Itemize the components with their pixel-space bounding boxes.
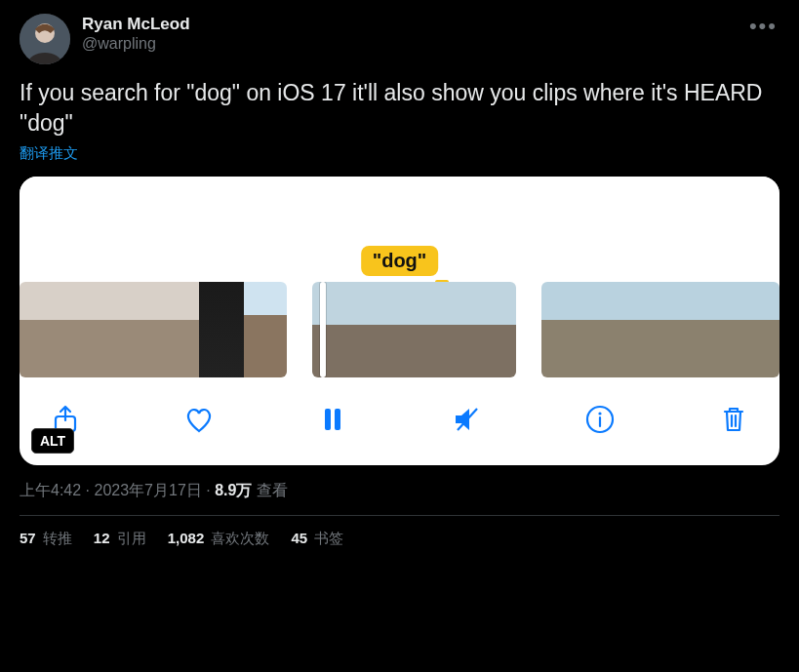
like-button[interactable] [179, 399, 220, 440]
clip-group-1[interactable] [20, 282, 287, 377]
mute-button[interactable] [446, 399, 487, 440]
divider [20, 515, 779, 516]
tweet-header: Ryan McLeod @warpling [20, 14, 779, 64]
svg-rect-3 [325, 409, 331, 430]
clip-group-3[interactable] [541, 282, 779, 377]
search-term-badge: "dog" [361, 246, 439, 276]
more-menu-icon[interactable]: ••• [749, 14, 778, 39]
tweet-text: If you search for "dog" on iOS 17 it'll … [20, 78, 779, 138]
likes-stat[interactable]: 1,082 喜欢次数 [168, 530, 270, 548]
playhead-scrubber[interactable] [320, 282, 326, 377]
translate-link[interactable]: 翻译推文 [20, 144, 78, 163]
media-toolbar [20, 377, 779, 465]
delete-button[interactable] [713, 399, 754, 440]
author-display-name[interactable]: Ryan McLeod [82, 14, 190, 34]
media-top-area: "dog" [20, 177, 779, 282]
pause-button[interactable] [312, 399, 353, 440]
views-label: 查看 [252, 482, 287, 498]
tweet-meta: 上午4:42 · 2023年7月17日 · 8.9万 查看 [20, 481, 779, 501]
clip-group-2[interactable] [312, 282, 517, 377]
tweet-media[interactable]: "dog" [20, 177, 779, 465]
tweet-date[interactable]: 2023年7月17日 [94, 482, 201, 498]
tweet-card: ••• Ryan McLeod @warpling If you search … [0, 0, 799, 548]
tweet-time[interactable]: 上午4:42 [20, 482, 81, 498]
bookmarks-stat[interactable]: 45 书签 [291, 530, 343, 548]
views-count[interactable]: 8.9万 [215, 482, 252, 498]
video-filmstrip[interactable] [20, 282, 779, 377]
author-names: Ryan McLeod @warpling [82, 14, 190, 54]
author-handle[interactable]: @warpling [82, 34, 190, 54]
alt-badge[interactable]: ALT [31, 428, 74, 454]
info-button[interactable] [579, 399, 620, 440]
svg-rect-4 [335, 409, 340, 430]
tweet-stats: 57 转推 12 引用 1,082 喜欢次数 45 书签 [20, 530, 779, 548]
avatar[interactable] [20, 14, 70, 64]
svg-point-7 [598, 412, 601, 415]
retweets-stat[interactable]: 57 转推 [20, 530, 72, 548]
quotes-stat[interactable]: 12 引用 [94, 530, 146, 548]
